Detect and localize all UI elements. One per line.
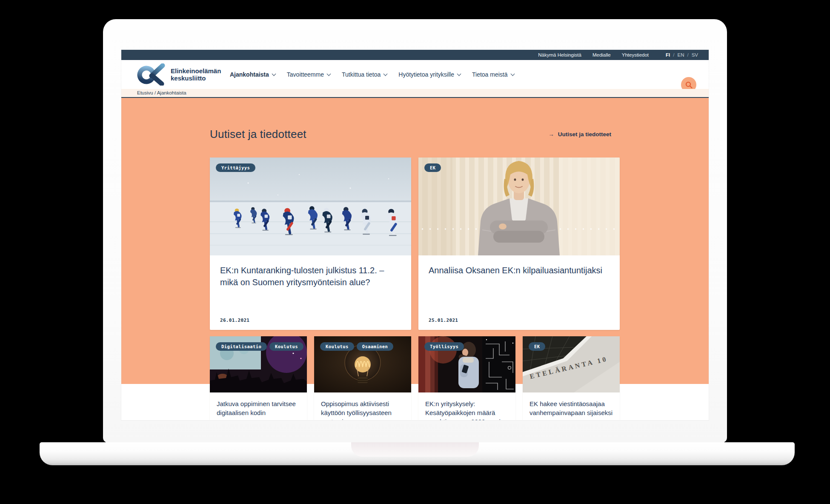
tag-badge: Osaaminen bbox=[357, 342, 394, 351]
news-card-jatkuva-oppiminen[interactable]: Digitalisaatio Koulutus Jatkuva oppimine… bbox=[210, 336, 307, 420]
tag-badge: Koulutus bbox=[320, 342, 354, 351]
news-card-yrityskysely[interactable]: Työllisyys EK:n yrityskysely: Kesätyöpai… bbox=[418, 336, 515, 420]
language-fi[interactable]: FI bbox=[666, 52, 670, 57]
tag-badge: EK bbox=[529, 342, 545, 351]
chevron-down-icon bbox=[327, 72, 331, 76]
language-separator: / bbox=[687, 52, 688, 57]
news-image-light-bulb: Koulutus Osaaminen bbox=[314, 336, 411, 392]
laptop-mockup: Näkymä Helsingistä Medialle Yhteystiedot… bbox=[0, 0, 830, 504]
featured-card-annaliisa-oksanen[interactable]: EK Annaliisa Oksanen EK:n kilpailuasiant… bbox=[418, 158, 620, 330]
nav-item-ajankohtaista[interactable]: Ajankohtaista bbox=[230, 71, 275, 78]
section-title: Uutiset ja tiedotteet bbox=[210, 128, 306, 141]
nav-item-tutkittua-tietoa[interactable]: Tutkittua tietoa bbox=[342, 71, 387, 78]
tag-badge: EK bbox=[424, 163, 441, 172]
brand-name: Elinkeinoelämän keskusliitto bbox=[171, 67, 221, 82]
news-card-viestintaosaaja[interactable]: ETELÄRANTA 10 EK EK hakee viestintäosaaj… bbox=[523, 336, 620, 420]
news-image-window-shopper: Työllisyys bbox=[418, 336, 515, 392]
chevron-down-icon bbox=[510, 72, 515, 76]
all-news-link[interactable]: → Uutiset ja tiedotteet bbox=[548, 131, 620, 137]
language-separator: / bbox=[673, 52, 674, 57]
news-title: EK hakee viestintäosaajaa vanhempainvapa… bbox=[523, 392, 620, 420]
tag-badge: Koulutus bbox=[269, 342, 303, 351]
chevron-down-icon bbox=[384, 72, 388, 76]
laptop-base bbox=[40, 442, 795, 465]
nav-item-tietoa-meista[interactable]: Tietoa meistä bbox=[472, 71, 514, 78]
arrow-right-icon: → bbox=[548, 131, 554, 137]
utility-bar: Näkymä Helsingistä Medialle Yhteystiedot… bbox=[121, 50, 709, 60]
news-image-concert-crowd: Digitalisaatio Koulutus bbox=[210, 336, 307, 392]
topbar-link-nakyma-helsingista[interactable]: Näkymä Helsingistä bbox=[538, 52, 581, 57]
tag-badge: Yrittäjyys bbox=[216, 163, 255, 172]
main-menu: Ajankohtaista Tavoitteemme Tutkittua tie… bbox=[230, 60, 514, 89]
search-icon bbox=[685, 81, 693, 89]
news-image-speed-skating-race: Yrittäjyys bbox=[210, 158, 411, 255]
news-title: Jatkuva oppiminen tarvitsee digitaalisen… bbox=[210, 392, 307, 420]
tag-badge: Työllisyys bbox=[424, 342, 464, 351]
ek-logo-icon bbox=[137, 63, 166, 86]
browser-screen: Näkymä Helsingistä Medialle Yhteystiedot… bbox=[121, 50, 709, 420]
language-en[interactable]: EN bbox=[677, 52, 684, 57]
ek-logo[interactable]: Elinkeinoelämän keskusliitto bbox=[137, 63, 221, 86]
language-sv[interactable]: SV bbox=[692, 52, 698, 57]
news-title: EK:n yrityskysely: Kesätyöpaikkojen määr… bbox=[418, 392, 515, 420]
language-switcher: FI / EN / SV bbox=[666, 52, 698, 57]
tag-badge: Digitalisaatio bbox=[216, 342, 267, 351]
news-title: EK:n Kuntaranking-tulosten julkistus 11.… bbox=[220, 265, 401, 288]
news-date: 26.01.2021 bbox=[220, 318, 249, 323]
news-card-oppisopimus[interactable]: Koulutus Osaaminen Oppisopimus aktiivise… bbox=[314, 336, 411, 420]
news-image-etelaranta-10-facade: ETELÄRANTA 10 EK bbox=[523, 336, 620, 392]
featured-card-kuntaranking[interactable]: Yrittäjyys EK:n Kuntaranking-tulosten ju… bbox=[210, 158, 411, 330]
news-image-portrait-annaliisa-oksanen: EK bbox=[418, 158, 620, 255]
news-title: Oppisopimus aktiivisesti käyttöön työlli… bbox=[314, 392, 411, 420]
laptop-notch bbox=[351, 442, 479, 457]
topbar-link-yhteystiedot[interactable]: Yhteystiedot bbox=[622, 52, 649, 57]
breadcrumb[interactable]: Etusivu / Ajankohtaista bbox=[121, 89, 709, 98]
chevron-down-icon bbox=[272, 72, 276, 76]
topbar-link-medialle[interactable]: Medialle bbox=[592, 52, 611, 57]
news-date: 25.01.2021 bbox=[429, 318, 458, 323]
main-navbar: Elinkeinoelämän keskusliitto Ajankohtais… bbox=[121, 60, 709, 89]
news-title: Annaliisa Oksanen EK:n kilpailuasiantun­… bbox=[429, 265, 610, 277]
nav-item-hyotytietoa-yrityksille[interactable]: Hyötytietoa yrityksille bbox=[398, 71, 461, 78]
chevron-down-icon bbox=[457, 72, 461, 76]
nav-item-tavoitteemme[interactable]: Tavoitteemme bbox=[287, 71, 330, 78]
